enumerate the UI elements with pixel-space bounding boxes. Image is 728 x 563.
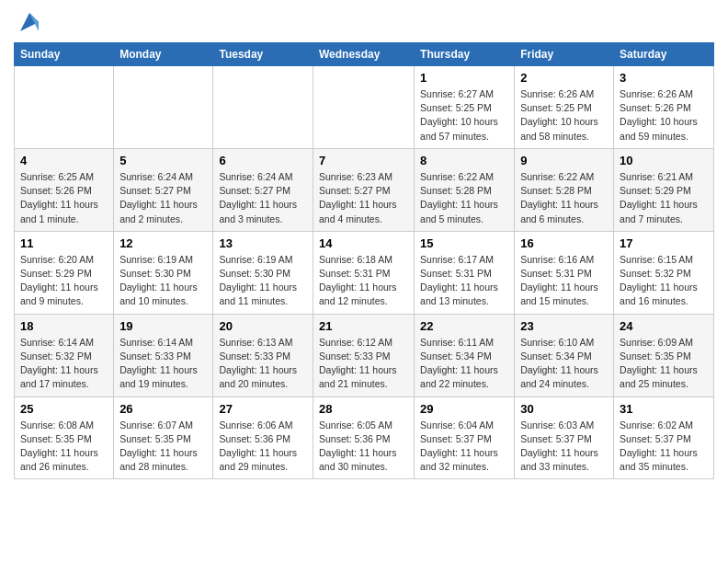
calendar-cell: 27Sunrise: 6:06 AM Sunset: 5:36 PM Dayli… [213,396,313,479]
logo-icon [17,9,42,35]
calendar-cell: 25Sunrise: 6:08 AM Sunset: 5:35 PM Dayli… [15,396,114,479]
column-header-monday: Monday [114,43,213,66]
day-number: 30 [520,402,608,416]
day-info: Sunrise: 6:18 AM Sunset: 5:31 PM Dayligh… [319,253,408,309]
day-number: 7 [319,154,408,167]
day-info: Sunrise: 6:14 AM Sunset: 5:32 PM Dayligh… [20,336,108,392]
day-number: 5 [119,154,207,167]
day-number: 15 [420,236,508,250]
day-info: Sunrise: 6:14 AM Sunset: 5:33 PM Dayligh… [119,336,207,392]
day-number: 21 [319,319,408,333]
calendar-cell: 19Sunrise: 6:14 AM Sunset: 5:33 PM Dayli… [114,314,213,396]
day-info: Sunrise: 6:25 AM Sunset: 5:26 PM Dayligh… [20,170,108,226]
day-info: Sunrise: 6:10 AM Sunset: 5:34 PM Dayligh… [520,336,608,392]
day-number: 27 [219,402,307,416]
calendar-cell: 23Sunrise: 6:10 AM Sunset: 5:34 PM Dayli… [515,314,614,396]
calendar-cell: 6Sunrise: 6:24 AM Sunset: 5:27 PM Daylig… [213,148,313,231]
day-info: Sunrise: 6:15 AM Sunset: 5:32 PM Dayligh… [620,253,708,309]
day-number: 29 [420,402,508,416]
day-number: 13 [219,236,307,250]
column-header-thursday: Thursday [415,43,515,66]
calendar-cell: 12Sunrise: 6:19 AM Sunset: 5:30 PM Dayli… [114,231,213,314]
day-number: 14 [319,236,408,250]
day-info: Sunrise: 6:17 AM Sunset: 5:31 PM Dayligh… [420,253,508,309]
day-number: 6 [219,154,307,167]
calendar-cell: 2Sunrise: 6:26 AM Sunset: 5:25 PM Daylig… [515,66,614,149]
day-info: Sunrise: 6:26 AM Sunset: 5:25 PM Dayligh… [520,87,608,144]
calendar-week-row: 11Sunrise: 6:20 AM Sunset: 5:29 PM Dayli… [15,231,714,314]
calendar-cell: 11Sunrise: 6:20 AM Sunset: 5:29 PM Dayli… [15,231,114,314]
calendar-cell: 24Sunrise: 6:09 AM Sunset: 5:35 PM Dayli… [614,314,714,396]
day-info: Sunrise: 6:19 AM Sunset: 5:30 PM Dayligh… [219,253,307,309]
day-info: Sunrise: 6:03 AM Sunset: 5:37 PM Dayligh… [520,419,608,475]
day-number: 26 [119,402,207,416]
column-header-saturday: Saturday [614,43,714,66]
calendar-week-row: 4Sunrise: 6:25 AM Sunset: 5:26 PM Daylig… [15,148,714,231]
calendar-cell [114,66,213,149]
day-info: Sunrise: 6:02 AM Sunset: 5:37 PM Dayligh… [620,419,708,475]
day-info: Sunrise: 6:19 AM Sunset: 5:30 PM Dayligh… [119,253,207,309]
day-number: 22 [420,319,508,333]
day-info: Sunrise: 6:24 AM Sunset: 5:27 PM Dayligh… [119,170,207,226]
calendar-cell: 7Sunrise: 6:23 AM Sunset: 5:27 PM Daylig… [313,148,414,231]
day-info: Sunrise: 6:09 AM Sunset: 5:35 PM Dayligh… [620,336,708,392]
calendar-cell: 13Sunrise: 6:19 AM Sunset: 5:30 PM Dayli… [213,231,313,314]
day-number: 3 [620,71,708,85]
calendar-week-row: 18Sunrise: 6:14 AM Sunset: 5:32 PM Dayli… [15,314,714,396]
column-header-sunday: Sunday [15,43,114,66]
day-info: Sunrise: 6:11 AM Sunset: 5:34 PM Dayligh… [420,336,508,392]
day-info: Sunrise: 6:07 AM Sunset: 5:35 PM Dayligh… [119,419,207,475]
logo [14,9,42,35]
day-number: 10 [620,154,708,167]
calendar-cell [313,66,414,149]
day-info: Sunrise: 6:05 AM Sunset: 5:36 PM Dayligh… [319,419,408,475]
calendar-cell: 18Sunrise: 6:14 AM Sunset: 5:32 PM Dayli… [15,314,114,396]
calendar-cell: 9Sunrise: 6:22 AM Sunset: 5:28 PM Daylig… [515,148,614,231]
calendar-cell: 26Sunrise: 6:07 AM Sunset: 5:35 PM Dayli… [114,396,213,479]
day-info: Sunrise: 6:21 AM Sunset: 5:29 PM Dayligh… [620,170,708,226]
day-number: 1 [420,71,508,85]
calendar-cell: 17Sunrise: 6:15 AM Sunset: 5:32 PM Dayli… [614,231,714,314]
day-info: Sunrise: 6:24 AM Sunset: 5:27 PM Dayligh… [219,170,307,226]
day-info: Sunrise: 6:16 AM Sunset: 5:31 PM Dayligh… [520,253,608,309]
day-info: Sunrise: 6:22 AM Sunset: 5:28 PM Dayligh… [520,170,608,226]
column-header-wednesday: Wednesday [313,43,414,66]
day-info: Sunrise: 6:13 AM Sunset: 5:33 PM Dayligh… [219,336,307,392]
day-number: 23 [520,319,608,333]
day-number: 8 [420,154,508,167]
calendar-week-row: 1Sunrise: 6:27 AM Sunset: 5:25 PM Daylig… [15,66,714,149]
calendar-cell [15,66,114,149]
calendar-week-row: 25Sunrise: 6:08 AM Sunset: 5:35 PM Dayli… [15,396,714,479]
calendar-cell: 8Sunrise: 6:22 AM Sunset: 5:28 PM Daylig… [415,148,515,231]
day-number: 17 [620,236,708,250]
calendar-cell: 20Sunrise: 6:13 AM Sunset: 5:33 PM Dayli… [213,314,313,396]
day-info: Sunrise: 6:08 AM Sunset: 5:35 PM Dayligh… [20,419,108,475]
day-info: Sunrise: 6:04 AM Sunset: 5:37 PM Dayligh… [420,419,508,475]
calendar-cell: 1Sunrise: 6:27 AM Sunset: 5:25 PM Daylig… [415,66,515,149]
day-number: 24 [620,319,708,333]
day-number: 16 [520,236,608,250]
day-number: 4 [20,154,108,167]
day-number: 12 [119,236,207,250]
calendar-cell: 15Sunrise: 6:17 AM Sunset: 5:31 PM Dayli… [415,231,515,314]
calendar-cell: 5Sunrise: 6:24 AM Sunset: 5:27 PM Daylig… [114,148,213,231]
day-number: 11 [20,236,108,250]
day-info: Sunrise: 6:27 AM Sunset: 5:25 PM Dayligh… [420,87,508,144]
day-info: Sunrise: 6:23 AM Sunset: 5:27 PM Dayligh… [319,170,408,226]
day-info: Sunrise: 6:20 AM Sunset: 5:29 PM Dayligh… [20,253,108,309]
calendar-cell: 4Sunrise: 6:25 AM Sunset: 5:26 PM Daylig… [15,148,114,231]
day-number: 9 [520,154,608,167]
calendar-cell: 30Sunrise: 6:03 AM Sunset: 5:37 PM Dayli… [515,396,614,479]
calendar-cell: 31Sunrise: 6:02 AM Sunset: 5:37 PM Dayli… [614,396,714,479]
calendar-table: SundayMondayTuesdayWednesdayThursdayFrid… [14,42,714,479]
day-number: 20 [219,319,307,333]
calendar-cell: 28Sunrise: 6:05 AM Sunset: 5:36 PM Dayli… [313,396,414,479]
calendar-cell: 16Sunrise: 6:16 AM Sunset: 5:31 PM Dayli… [515,231,614,314]
day-number: 31 [620,402,708,416]
page-header [14,9,714,35]
column-header-tuesday: Tuesday [213,43,313,66]
day-info: Sunrise: 6:22 AM Sunset: 5:28 PM Dayligh… [420,170,508,226]
day-info: Sunrise: 6:26 AM Sunset: 5:26 PM Dayligh… [620,87,708,144]
day-number: 19 [119,319,207,333]
calendar-cell: 21Sunrise: 6:12 AM Sunset: 5:33 PM Dayli… [313,314,414,396]
